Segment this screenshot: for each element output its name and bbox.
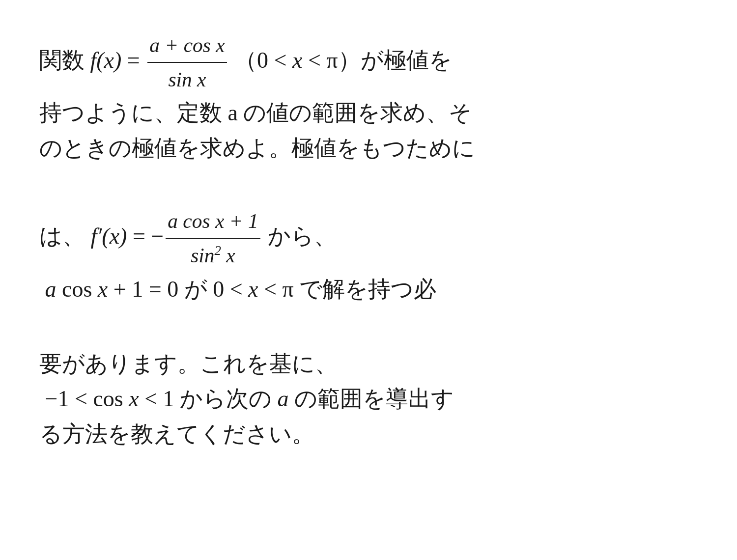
text-line7: る方法を教えてください。 xyxy=(39,421,314,447)
text-kara: から、 xyxy=(262,224,337,249)
line-6: −1 < cos x < 1 から次の a の範囲を導出す xyxy=(39,381,698,416)
frac1-denominator: sin x xyxy=(166,63,208,95)
fx-expression: f(x) xyxy=(90,48,122,73)
equals2-sign: = − xyxy=(127,224,164,249)
frac2-denominator: sin2 x xyxy=(189,239,237,271)
fraction-2: a cos x + 1sin2 x xyxy=(166,205,260,271)
paragraph-block: 関数 f(x) = a + cos xsin x （0 < x < π）が極値を… xyxy=(39,29,698,451)
text-equation-line: a cos x + 1 = 0 が 0 < x < π で解を持つ必 xyxy=(39,277,436,302)
text-condition: （0 < x < π）が極値を xyxy=(229,48,452,73)
line-5: 要があります。これを基に、 xyxy=(39,346,698,381)
fprime-expression: f′(x) xyxy=(91,224,127,249)
text-line5: 要があります。これを基に、 xyxy=(39,351,338,376)
frac2-numerator: a cos x + 1 xyxy=(166,205,260,239)
text-wa: は、 xyxy=(39,224,91,249)
spacer-line-2 xyxy=(39,307,698,341)
equals-sign: = xyxy=(121,48,145,73)
text-line2: 持つように、定数 a の値の範囲を求め、そ xyxy=(39,100,472,125)
line-2: 持つように、定数 a の値の範囲を求め、そ xyxy=(39,95,698,130)
spacer-line xyxy=(39,166,698,200)
line-7: る方法を教えてください。 xyxy=(39,417,698,451)
text-line3: のときの極値を求めよ。極値をもつために xyxy=(39,136,475,161)
line-1: 関数 f(x) = a + cos xsin x （0 < x < π）が極値を xyxy=(39,29,698,95)
line-equation: a cos x + 1 = 0 が 0 < x < π で解を持つ必 xyxy=(39,272,698,307)
line-3: のときの極値を求めよ。極値をもつために xyxy=(39,131,698,166)
main-content: 関数 f(x) = a + cos xsin x （0 < x < π）が極値を… xyxy=(39,29,698,451)
line-derivative: は、 f′(x) = −a cos x + 1sin2 x から、 xyxy=(39,205,698,271)
fraction-1: a + cos xsin x xyxy=(147,29,227,95)
superscript-2: 2 xyxy=(215,244,221,258)
text-kansuu: 関数 xyxy=(39,48,90,73)
frac1-numerator: a + cos x xyxy=(147,29,227,63)
text-line6: −1 < cos x < 1 から次の a の範囲を導出す xyxy=(39,386,454,411)
